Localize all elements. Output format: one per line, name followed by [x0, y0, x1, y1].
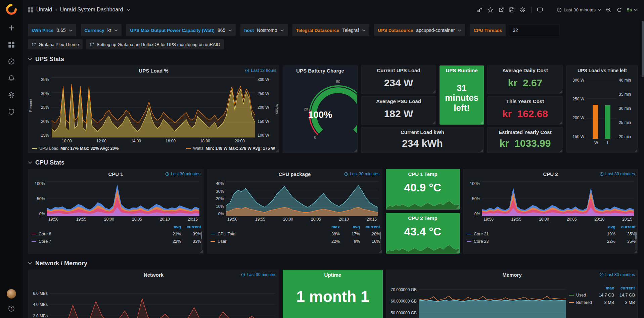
legend-row[interactable]: Buffered 3 MB 3 MB	[569, 299, 635, 306]
create-icon[interactable]	[7, 24, 15, 32]
scrollbar-thumb[interactable]	[642, 21, 644, 77]
panel-time-override[interactable]: Last 30 minutes	[600, 270, 635, 279]
dashboard-settings-icon[interactable]	[518, 5, 528, 15]
panel-time-override[interactable]: Last 12 hours	[245, 66, 276, 75]
variable-host[interactable]: host Nostromo	[240, 24, 287, 36]
bar-plot[interactable]	[586, 78, 617, 139]
legend-name[interactable]: Used	[576, 293, 593, 298]
network-plot[interactable]	[50, 287, 275, 318]
settings-icon[interactable]	[7, 91, 15, 99]
legend-name[interactable]: User	[218, 239, 320, 244]
cpu1-plot[interactable]	[47, 181, 199, 216]
breadcrumb-app[interactable]: Unraid	[36, 7, 52, 13]
ups-load-plot[interactable]	[52, 77, 255, 138]
legend-item-watts[interactable]: Watts Min: 148 W Max: 278 W Avg: 175 W	[186, 146, 275, 151]
legend-col-avg[interactable]: avg	[340, 225, 360, 229]
stat-value: 43.4 °C	[386, 225, 459, 238]
breadcrumb[interactable]: Unraid › Unraid System Dashboard	[28, 6, 130, 13]
star-icon[interactable]	[486, 5, 496, 15]
legend-scrollbar[interactable]	[380, 231, 381, 250]
time-picker[interactable]: Last 30 minutes	[555, 5, 603, 15]
panel-title[interactable]: CPU 1 Temp	[386, 169, 459, 179]
legend-col-max[interactable]: max	[593, 286, 614, 290]
legend-col-avg[interactable]: avg	[595, 225, 615, 229]
panel-title[interactable]: Current UPS Load	[361, 66, 436, 75]
panel-title[interactable]: Average Daily Cost	[488, 66, 563, 75]
panel-title[interactable]: This Years Cost	[488, 97, 563, 105]
variable-currency[interactable]: Currency kr	[81, 24, 122, 36]
panel-title[interactable]: Uptime	[283, 270, 382, 279]
refresh-interval-picker[interactable]: 5s	[625, 5, 639, 15]
legend-row[interactable]: Core 7 22% 33%	[32, 238, 201, 245]
share-icon[interactable]	[496, 5, 506, 15]
bar-watts[interactable]	[593, 105, 598, 139]
grafana-logo[interactable]	[6, 4, 17, 15]
legend-scrollbar[interactable]	[635, 231, 637, 250]
panel-title[interactable]: Current Load kWh	[361, 128, 484, 136]
zoom-out-icon[interactable]	[604, 5, 614, 15]
legend-name[interactable]: Core 21	[474, 232, 595, 236]
page-title[interactable]: Unraid System Dashboard	[60, 7, 123, 13]
legend-item-ups-load[interactable]: UPS Load Min: 17% Max: 32% Avg: 20%	[32, 146, 119, 151]
panel-time-override[interactable]: Last 30 minutes	[241, 270, 276, 279]
save-icon[interactable]	[507, 5, 517, 15]
panel-title-memory[interactable]: Memory Last 30 minutes	[386, 270, 638, 279]
link-ups-monitoring-guide[interactable]: Setting up Grafana and InfluxDB for UPS …	[86, 39, 224, 49]
legend-row[interactable]: Core 6 21% 39%	[32, 230, 201, 238]
panel-title[interactable]: Average PSU Load	[361, 97, 436, 105]
legend-col-max[interactable]: max	[320, 225, 340, 229]
shield-icon[interactable]	[7, 108, 15, 116]
cpu2-plot[interactable]	[482, 181, 634, 216]
legend-name[interactable]: CPU Total	[218, 232, 320, 236]
explore-icon[interactable]	[7, 57, 15, 65]
legend-name[interactable]: Buffered	[576, 300, 593, 305]
tv-icon[interactable]	[535, 5, 545, 15]
legend-col-current[interactable]: current	[615, 225, 636, 229]
variable-ups-datasource[interactable]: UPS Datasource apcupsd-container	[374, 24, 465, 36]
panel-title[interactable]: UPS Runtime	[440, 66, 484, 75]
panel-title-network[interactable]: Network Last 30 minutes	[28, 270, 279, 279]
legend-col-current[interactable]: current	[614, 286, 635, 290]
dashboards-icon[interactable]	[7, 41, 15, 49]
variable-kwh-price[interactable]: kWh Price 0.65	[28, 24, 76, 36]
legend-row[interactable]: User 22% 9% 16%	[211, 238, 380, 245]
refresh-icon[interactable]	[614, 5, 625, 15]
page-scrollbar[interactable]	[641, 20, 644, 317]
section-ups-stats[interactable]: UPS Stats	[28, 54, 638, 64]
legend-name[interactable]: Core 7	[39, 239, 161, 244]
panel-title-battery[interactable]: UPS Battery Charge	[283, 66, 357, 75]
section-network-memory[interactable]: Network / Memory	[28, 258, 638, 268]
legend-row[interactable]: Used 14.7 GB 14.7 GB	[569, 291, 635, 299]
legend-scrollbar[interactable]	[201, 231, 202, 250]
avatar[interactable]	[7, 290, 15, 298]
variable-telegraf-datasource[interactable]: Telegraf Datasource Telegraf	[292, 24, 370, 36]
panel-time-override[interactable]: Last 30 minutes	[344, 169, 379, 179]
panel-title-ups-load[interactable]: UPS Load % Last 12 hours	[28, 66, 279, 75]
link-grafana-plex-theme[interactable]: Grafana Plex Theme	[28, 39, 83, 49]
panel-title[interactable]: CPU 2 Temp	[386, 213, 459, 223]
panel-title-load-vs-time[interactable]: UPS Load vs Time left	[567, 66, 638, 75]
panel-title[interactable]: Estimated Yearly Cost	[488, 128, 563, 136]
panel-title-cpu2[interactable]: CPU 2 Last 30 minutes	[463, 169, 638, 179]
legend-col-current[interactable]: current	[181, 225, 201, 229]
cpu-threads-input[interactable]	[509, 24, 559, 36]
cpu-package-plot[interactable]	[226, 181, 378, 216]
memory-plot[interactable]	[419, 287, 566, 318]
alerts-icon[interactable]	[7, 74, 15, 82]
help-icon[interactable]: ?	[7, 305, 15, 313]
bar-time-left[interactable]	[605, 105, 610, 139]
legend-row[interactable]: Core 21 19% 35%	[467, 230, 636, 238]
legend-name[interactable]: Core 23	[474, 239, 595, 244]
legend-row[interactable]: Core 23 22% 35%	[467, 238, 636, 245]
legend-col-current[interactable]: current	[360, 225, 380, 229]
section-cpu-stats[interactable]: CPU Stats	[28, 157, 638, 168]
panel-title-cpu1[interactable]: CPU 1 Last 30 minutes	[28, 169, 203, 179]
legend-name[interactable]: Core 6	[39, 232, 161, 236]
add-panel-icon[interactable]	[475, 5, 485, 15]
panel-time-override[interactable]: Last 30 minutes	[600, 169, 635, 179]
legend-col-avg[interactable]: avg	[161, 225, 181, 229]
variable-ups-max-output[interactable]: UPS Max Output Power Capacity (Watt) 865	[126, 24, 236, 36]
legend-row[interactable]: CPU Total 38% 17% 28%	[211, 230, 380, 238]
panel-title-cpu-package[interactable]: CPU package Last 30 minutes	[207, 169, 382, 179]
panel-time-override[interactable]: Last 30 minutes	[165, 169, 200, 179]
